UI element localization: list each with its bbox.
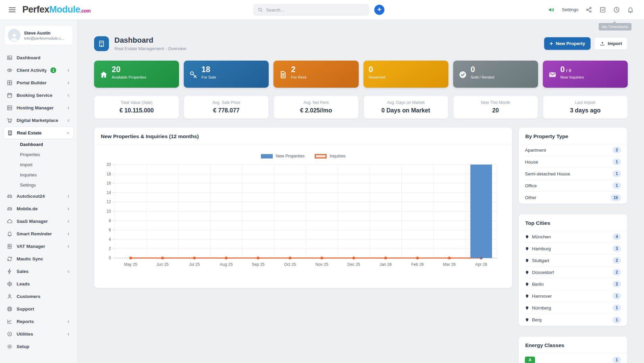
sidebar-item-smart-reminder[interactable]: Smart Reminder: [3, 228, 74, 240]
summary-label: Avg. Net Rent: [304, 100, 329, 105]
svg-text:May 25: May 25: [124, 262, 137, 267]
list-row-hamburg[interactable]: Hamburg3: [525, 243, 621, 255]
count-badge: 1: [613, 293, 621, 299]
sidebar-item-support[interactable]: Support: [3, 303, 74, 315]
sidebar-item-mautic-sync[interactable]: Mautic Sync: [3, 253, 74, 265]
row-label: Semi-detached House: [525, 171, 610, 176]
sidebar-subitem-real-estate-properties[interactable]: Properties: [3, 149, 74, 159]
app-logo[interactable]: PerfexModule.com: [22, 4, 91, 15]
list-row-hannover[interactable]: Hannover1: [525, 290, 621, 302]
document-icon: [279, 66, 287, 83]
stat-card-reserved[interactable]: 0Reserved: [363, 61, 448, 88]
tasks-checkbox-icon[interactable]: [599, 6, 606, 13]
search-input[interactable]: [266, 7, 365, 13]
sidebar-subitem-real-estate-import[interactable]: Import: [3, 159, 74, 170]
receipt-icon: [7, 243, 13, 249]
sidebar-item-hosting-manager[interactable]: Hosting Manager: [3, 102, 74, 114]
list-row-house[interactable]: House1: [525, 156, 621, 168]
chevron-left-icon: [66, 93, 70, 98]
sidebar-item-digital-marketplace[interactable]: Digital Marketplace: [3, 114, 74, 127]
list-row-office[interactable]: Office1: [525, 180, 621, 192]
chevron-left-icon: [66, 232, 70, 236]
grid-icon: [7, 80, 13, 86]
hamburger-menu-icon[interactable]: [9, 7, 16, 12]
sidebar-item-saas-manager[interactable]: SaaS Manager: [3, 215, 74, 228]
count-badge: 4: [613, 233, 621, 240]
share-icon[interactable]: [585, 6, 592, 13]
import-button[interactable]: Import: [594, 37, 628, 50]
sidebar-item-utilities[interactable]: Utilities: [3, 328, 74, 340]
legend-swatch: [261, 154, 273, 158]
top-cities-panel: Top Cities München4Hamburg3Stuttgart2Düs…: [518, 214, 627, 326]
list-row-semi-detached-house[interactable]: Semi-detached House1: [525, 168, 621, 180]
chevron-left-icon: [66, 68, 70, 72]
sidebar-item-label: Support: [17, 306, 70, 312]
sidebar-item-portal-builder[interactable]: Portal Builder: [3, 77, 74, 89]
chevron-left-icon: [66, 194, 70, 198]
count-badge: 1: [613, 170, 621, 177]
stat-card-for-sale[interactable]: 18For Sale: [184, 61, 269, 88]
energy-class-badge: A: [525, 357, 535, 363]
settings-link[interactable]: Settings: [562, 7, 578, 12]
cart-icon: [7, 118, 13, 123]
sidebar-item-reports[interactable]: Reports: [3, 315, 74, 328]
list-row-n-rnberg[interactable]: Nürnberg1: [525, 302, 621, 314]
sidebar-item-client-activity[interactable]: Client Activity1: [3, 64, 74, 77]
chevron-down-icon: [66, 131, 70, 135]
sidebar-item-label: Client Activity: [17, 68, 46, 73]
summary-card-last-import: Last Import3 days ago: [543, 95, 628, 119]
properties-inquiries-chart: 02468101214161820May 25Jun 25Jul 25Aug 2…: [101, 160, 506, 274]
row-label: House: [525, 159, 610, 165]
sidebar-subitem-real-estate-settings[interactable]: Settings: [3, 180, 74, 190]
svg-text:Sep 25: Sep 25: [252, 262, 265, 267]
list-row-berg[interactable]: Berg1: [525, 314, 621, 326]
stat-card-new-inquiries[interactable]: 0 / 0New Inquiries: [543, 61, 628, 88]
sidebar-item-sales[interactable]: Sales: [3, 265, 74, 278]
sound-icon[interactable]: [548, 6, 555, 13]
user-profile-card[interactable]: Steve Austin info@perfexmodule.c...: [4, 25, 73, 45]
stat-card-sold-rented[interactable]: 0Sold / Rented: [453, 61, 538, 88]
row-label: Other: [525, 195, 608, 200]
timesheets-clock-icon[interactable]: [613, 6, 620, 13]
sidebar-item-booking-service[interactable]: Booking Service: [3, 89, 74, 102]
list-row-d-sseldorf[interactable]: Düsseldorf2: [525, 266, 621, 278]
list-row-other[interactable]: Other15: [525, 192, 621, 204]
sidebar-item-label: VAT Manager: [17, 244, 62, 249]
sidebar-item-autoscout24[interactable]: AutoScout24: [3, 190, 74, 202]
count-badge: 1: [613, 182, 621, 189]
sidebar-item-setup[interactable]: Setup: [3, 340, 74, 353]
sidebar-item-leads[interactable]: Leads: [3, 278, 74, 290]
list-row-apartment[interactable]: Apartment2: [525, 144, 621, 156]
energy-classes-panel: Energy Classes A1: [518, 336, 627, 363]
energy-class-row-a[interactable]: A1: [525, 353, 621, 363]
quick-add-button[interactable]: +: [374, 5, 384, 15]
stat-value-suffix: / 0: [565, 68, 571, 73]
count-badge: 2: [613, 281, 621, 287]
svg-text:Aug 25: Aug 25: [220, 262, 233, 267]
sidebar-item-mobile-de[interactable]: Mobile.de: [3, 202, 74, 215]
sidebar-subitem-real-estate-dashboard[interactable]: Dashboard: [3, 139, 74, 149]
row-label: Hannover: [532, 294, 610, 299]
list-row-berlin[interactable]: Berlin2: [525, 278, 621, 290]
car-icon: [7, 206, 13, 212]
new-property-button[interactable]: +New Property: [544, 37, 591, 50]
list-row-stuttgart[interactable]: Stuttgart2: [525, 255, 621, 266]
list-row-m-nchen[interactable]: München4: [525, 231, 621, 243]
summary-card-total-value-sale: Total Value (Sale)€ 10.115.000: [94, 95, 179, 119]
sidebar-item-customers[interactable]: Customers: [3, 290, 74, 303]
row-label: Stuttgart: [532, 258, 610, 263]
summary-value: 20: [492, 107, 499, 114]
legend-item-inquiries[interactable]: Inquiries: [315, 154, 346, 158]
chevron-left-icon: [66, 119, 70, 123]
svg-text:Jun 25: Jun 25: [156, 262, 169, 267]
legend-item-new-properties[interactable]: New Properties: [261, 154, 305, 158]
sidebar-item-dashboard[interactable]: Dashboard: [3, 51, 74, 64]
stat-label: For Rent: [291, 75, 306, 79]
stat-card-for-rent[interactable]: 2For Rent: [273, 61, 358, 88]
top-cities-title: Top Cities: [519, 214, 627, 231]
sidebar-item-vat-manager[interactable]: VAT Manager: [3, 240, 74, 253]
sidebar-item-real-estate[interactable]: Real Estate: [3, 127, 74, 139]
sidebar-subitem-real-estate-inquiries[interactable]: Inquiries: [3, 170, 74, 180]
notifications-bell-icon[interactable]: [627, 6, 634, 13]
stat-card-available-properties[interactable]: 20Available Properties: [94, 61, 179, 88]
